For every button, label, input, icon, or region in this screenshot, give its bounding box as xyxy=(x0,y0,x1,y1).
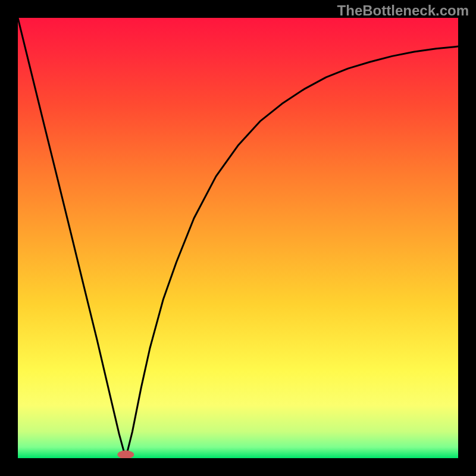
watermark-text: TheBottleneck.com xyxy=(337,2,469,19)
chart-frame: TheBottleneck.com xyxy=(0,0,476,476)
plot-area xyxy=(18,18,458,458)
bottleneck-chart xyxy=(18,18,458,458)
gradient-background xyxy=(18,18,458,458)
